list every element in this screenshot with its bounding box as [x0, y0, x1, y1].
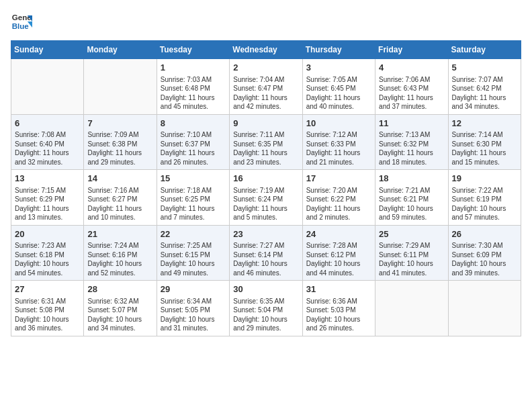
calendar-day-cell: 29Sunrise: 6:34 AMSunset: 5:05 PMDayligh… [157, 281, 229, 336]
calendar-day-cell: 2Sunrise: 7:04 AMSunset: 6:47 PMDaylight… [230, 59, 302, 115]
weekday-header: Thursday [302, 41, 375, 59]
calendar-day-cell: 17Sunrise: 7:20 AMSunset: 6:22 PMDayligh… [302, 170, 375, 226]
calendar-day-cell: 31Sunrise: 6:36 AMSunset: 5:03 PMDayligh… [302, 281, 375, 336]
day-number: 21 [87, 228, 152, 240]
day-info: Sunrise: 7:10 AMSunset: 6:37 PMDaylight:… [161, 130, 226, 167]
weekday-header: Sunday [11, 41, 84, 59]
calendar-day-cell: 25Sunrise: 7:29 AMSunset: 6:11 PMDayligh… [375, 225, 448, 281]
day-info: Sunrise: 7:25 AMSunset: 6:15 PMDaylight:… [161, 241, 226, 277]
day-number: 14 [87, 173, 152, 185]
day-number: 13 [15, 173, 80, 185]
calendar-day-cell: 3Sunrise: 7:05 AMSunset: 6:45 PMDaylight… [302, 59, 375, 115]
calendar-week-row: 13Sunrise: 7:15 AMSunset: 6:29 PMDayligh… [11, 170, 521, 226]
svg-text:Blue: Blue [12, 22, 30, 30]
calendar-day-cell [375, 281, 448, 336]
day-info: Sunrise: 6:31 AMSunset: 5:08 PMDaylight:… [15, 297, 80, 333]
day-info: Sunrise: 7:14 AMSunset: 6:30 PMDaylight:… [452, 130, 517, 167]
calendar-day-cell: 7Sunrise: 7:09 AMSunset: 6:38 PMDaylight… [84, 114, 157, 170]
calendar-day-cell: 11Sunrise: 7:13 AMSunset: 6:32 PMDayligh… [375, 114, 448, 170]
day-info: Sunrise: 7:08 AMSunset: 6:40 PMDaylight:… [15, 130, 80, 167]
day-number: 2 [233, 62, 298, 74]
day-info: Sunrise: 7:05 AMSunset: 6:45 PMDaylight:… [306, 75, 371, 111]
calendar-day-cell: 16Sunrise: 7:19 AMSunset: 6:24 PMDayligh… [230, 170, 302, 226]
day-info: Sunrise: 7:22 AMSunset: 6:19 PMDaylight:… [452, 186, 517, 222]
day-number: 27 [15, 283, 80, 295]
day-number: 22 [161, 228, 226, 240]
day-number: 6 [15, 118, 80, 130]
logo-icon: General Blue [11, 11, 32, 32]
day-info: Sunrise: 7:11 AMSunset: 6:35 PMDaylight:… [233, 130, 298, 167]
calendar-day-cell: 14Sunrise: 7:16 AMSunset: 6:27 PMDayligh… [84, 170, 157, 226]
day-info: Sunrise: 7:16 AMSunset: 6:27 PMDaylight:… [87, 186, 152, 222]
day-info: Sunrise: 7:06 AMSunset: 6:43 PMDaylight:… [379, 75, 444, 111]
day-info: Sunrise: 6:35 AMSunset: 5:04 PMDaylight:… [233, 297, 298, 333]
calendar-day-cell: 12Sunrise: 7:14 AMSunset: 6:30 PMDayligh… [448, 114, 521, 170]
day-number: 31 [306, 283, 371, 295]
day-number: 19 [452, 173, 517, 185]
day-number: 29 [161, 283, 226, 295]
day-number: 26 [452, 228, 517, 240]
day-info: Sunrise: 6:32 AMSunset: 5:07 PMDaylight:… [87, 297, 152, 333]
day-number: 12 [452, 118, 517, 130]
calendar-day-cell [11, 59, 84, 115]
day-info: Sunrise: 7:24 AMSunset: 6:16 PMDaylight:… [87, 241, 152, 277]
day-number: 24 [306, 228, 371, 240]
calendar-day-cell: 23Sunrise: 7:27 AMSunset: 6:14 PMDayligh… [230, 225, 302, 281]
day-number: 4 [379, 62, 444, 74]
day-number: 3 [306, 62, 371, 74]
calendar-day-cell: 20Sunrise: 7:23 AMSunset: 6:18 PMDayligh… [11, 225, 84, 281]
day-info: Sunrise: 7:12 AMSunset: 6:33 PMDaylight:… [306, 130, 371, 167]
calendar-day-cell [448, 281, 521, 336]
day-info: Sunrise: 7:19 AMSunset: 6:24 PMDaylight:… [233, 186, 298, 222]
day-info: Sunrise: 7:13 AMSunset: 6:32 PMDaylight:… [379, 130, 444, 167]
calendar-day-cell: 24Sunrise: 7:28 AMSunset: 6:12 PMDayligh… [302, 225, 375, 281]
day-number: 15 [161, 173, 226, 185]
day-number: 25 [379, 228, 444, 240]
day-info: Sunrise: 6:36 AMSunset: 5:03 PMDaylight:… [306, 297, 371, 333]
calendar-day-cell: 22Sunrise: 7:25 AMSunset: 6:15 PMDayligh… [157, 225, 229, 281]
day-info: Sunrise: 7:30 AMSunset: 6:09 PMDaylight:… [452, 241, 517, 277]
day-number: 18 [379, 173, 444, 185]
day-number: 28 [87, 283, 152, 295]
day-info: Sunrise: 6:34 AMSunset: 5:05 PMDaylight:… [161, 297, 226, 333]
calendar-day-cell: 19Sunrise: 7:22 AMSunset: 6:19 PMDayligh… [448, 170, 521, 226]
day-number: 9 [233, 118, 298, 130]
calendar-day-cell: 21Sunrise: 7:24 AMSunset: 6:16 PMDayligh… [84, 225, 157, 281]
day-number: 30 [233, 283, 298, 295]
calendar-week-row: 27Sunrise: 6:31 AMSunset: 5:08 PMDayligh… [11, 281, 521, 336]
day-number: 8 [161, 118, 226, 130]
calendar-day-cell: 18Sunrise: 7:21 AMSunset: 6:21 PMDayligh… [375, 170, 448, 226]
day-info: Sunrise: 7:20 AMSunset: 6:22 PMDaylight:… [306, 186, 371, 222]
calendar-table: SundayMondayTuesdayWednesdayThursdayFrid… [11, 40, 521, 336]
calendar-header-row: SundayMondayTuesdayWednesdayThursdayFrid… [11, 41, 521, 59]
day-info: Sunrise: 7:15 AMSunset: 6:29 PMDaylight:… [15, 186, 80, 222]
calendar-day-cell: 13Sunrise: 7:15 AMSunset: 6:29 PMDayligh… [11, 170, 84, 226]
calendar-week-row: 1Sunrise: 7:03 AMSunset: 6:48 PMDaylight… [11, 59, 521, 115]
calendar-day-cell: 27Sunrise: 6:31 AMSunset: 5:08 PMDayligh… [11, 281, 84, 336]
day-number: 5 [452, 62, 517, 74]
day-number: 1 [161, 62, 226, 74]
day-info: Sunrise: 7:04 AMSunset: 6:47 PMDaylight:… [233, 75, 298, 111]
calendar-day-cell: 15Sunrise: 7:18 AMSunset: 6:25 PMDayligh… [157, 170, 229, 226]
calendar-day-cell: 26Sunrise: 7:30 AMSunset: 6:09 PMDayligh… [448, 225, 521, 281]
calendar-day-cell: 6Sunrise: 7:08 AMSunset: 6:40 PMDaylight… [11, 114, 84, 170]
calendar-day-cell: 4Sunrise: 7:06 AMSunset: 6:43 PMDaylight… [375, 59, 448, 115]
day-number: 16 [233, 173, 298, 185]
calendar-day-cell: 5Sunrise: 7:07 AMSunset: 6:42 PMDaylight… [448, 59, 521, 115]
day-number: 7 [87, 118, 152, 130]
day-number: 23 [233, 228, 298, 240]
day-number: 10 [306, 118, 371, 130]
day-info: Sunrise: 7:21 AMSunset: 6:21 PMDaylight:… [379, 186, 444, 222]
calendar-day-cell [84, 59, 157, 115]
day-info: Sunrise: 7:09 AMSunset: 6:38 PMDaylight:… [87, 130, 152, 167]
day-number: 11 [379, 118, 444, 130]
day-info: Sunrise: 7:29 AMSunset: 6:11 PMDaylight:… [379, 241, 444, 277]
day-info: Sunrise: 7:28 AMSunset: 6:12 PMDaylight:… [306, 241, 371, 277]
weekday-header: Friday [375, 41, 448, 59]
day-info: Sunrise: 7:03 AMSunset: 6:48 PMDaylight:… [161, 75, 226, 111]
day-info: Sunrise: 7:07 AMSunset: 6:42 PMDaylight:… [452, 75, 517, 111]
calendar-day-cell: 30Sunrise: 6:35 AMSunset: 5:04 PMDayligh… [230, 281, 302, 336]
calendar-day-cell: 1Sunrise: 7:03 AMSunset: 6:48 PMDaylight… [157, 59, 229, 115]
day-info: Sunrise: 7:18 AMSunset: 6:25 PMDaylight:… [161, 186, 226, 222]
day-number: 20 [15, 228, 80, 240]
